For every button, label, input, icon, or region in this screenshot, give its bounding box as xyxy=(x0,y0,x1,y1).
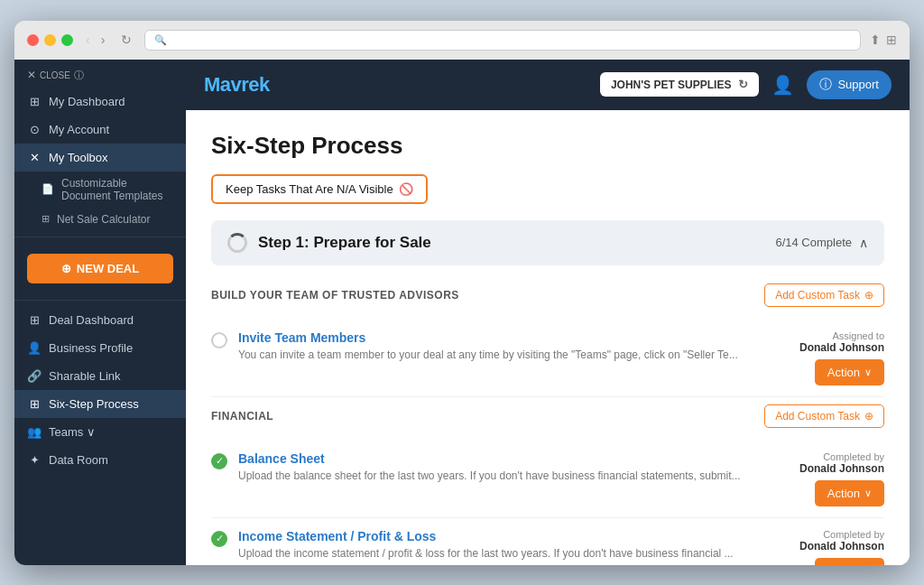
browser-actions: ⬆ ⊞ xyxy=(870,32,897,47)
task-row-income-stmt: ✓ Income Statement / Profit & Loss Uploa… xyxy=(211,518,884,565)
action-chevron-balance: ∨ xyxy=(864,488,872,499)
sidebar-item-account-label: My Account xyxy=(49,123,109,136)
assigned-label-balance: Completed by xyxy=(799,451,884,462)
action-button-invite[interactable]: Action ∨ xyxy=(815,359,884,385)
sidebar-subitem-net-label: Net Sale Calculator xyxy=(57,213,150,226)
task-title-balance[interactable]: Balance Sheet xyxy=(238,451,789,466)
data-room-icon: ✦ xyxy=(27,453,42,467)
task-check-balance: ✓ xyxy=(211,453,227,469)
assigned-name-balance: Donald Johnson xyxy=(799,462,884,475)
back-button[interactable]: ‹ xyxy=(82,31,94,49)
action-button-income[interactable]: Action ∨ xyxy=(815,558,884,565)
company-name: JOHN'S PET SUPPLIES xyxy=(611,79,732,91)
action-button-balance[interactable]: Action ∨ xyxy=(815,480,884,506)
close-x: ✕ xyxy=(27,69,36,81)
support-label: Support xyxy=(837,78,879,91)
new-tab-button[interactable]: ⊞ xyxy=(886,32,897,47)
task-check-income: ✓ xyxy=(211,531,227,547)
section-header-financial: FINANCIAL Add Custom Task ⊕ xyxy=(211,404,884,428)
sidebar-item-teams[interactable]: 👥 Teams ∨ xyxy=(14,418,186,446)
sidebar-item-teams-label: Teams ∨ xyxy=(49,425,96,439)
six-step-icon: ⊞ xyxy=(27,397,42,411)
support-circle-icon: ⓘ xyxy=(819,77,832,93)
add-custom-task-button-2[interactable]: Add Custom Task ⊕ xyxy=(764,404,884,428)
task-desc-balance: Upload the balance sheet for the last tw… xyxy=(238,469,789,484)
empty-check-invite xyxy=(211,332,227,348)
sidebar-item-six-step-label: Six-Step Process xyxy=(49,397,139,411)
add-custom-task-button-1[interactable]: Add Custom Task ⊕ xyxy=(764,283,884,307)
section-title-financial: FINANCIAL xyxy=(211,410,273,422)
task-info-invite: Invite Team Members You can invite a tea… xyxy=(238,330,789,363)
sidebar-item-sharable-label: Sharable Link xyxy=(49,369,121,383)
business-profile-icon: 👤 xyxy=(27,341,42,355)
action-label-income: Action xyxy=(827,564,860,565)
teams-icon: 👥 xyxy=(27,425,42,439)
task-row-balance-sheet: ✓ Balance Sheet Upload the balance sheet… xyxy=(211,441,884,518)
sidebar-item-account[interactable]: ⊙ My Account xyxy=(14,116,186,144)
step-header: Step 1: Prepare for Sale 6/14 Complete ∧ xyxy=(211,220,884,265)
task-right-balance: Completed by Donald Johnson Action ∨ xyxy=(799,451,884,506)
page-title: Six-Step Process xyxy=(211,132,884,160)
user-icon-button[interactable]: 👤 xyxy=(772,74,794,96)
check-circle-income: ✓ xyxy=(211,531,227,547)
sidebar-item-sharable-link[interactable]: 🔗 Sharable Link xyxy=(14,362,186,390)
sidebar-subitem-doc-templates[interactable]: 📄 Customizable Document Templates xyxy=(14,172,186,208)
action-label-balance: Action xyxy=(827,487,860,500)
company-selector[interactable]: JOHN'S PET SUPPLIES ↻ xyxy=(600,72,760,97)
refresh-icon: ↻ xyxy=(738,78,748,91)
sidebar-item-data-room[interactable]: ✦ Data Room xyxy=(14,446,186,474)
dashboard-icon: ⊞ xyxy=(27,95,42,108)
step-spinner xyxy=(227,233,247,253)
task-info-income: Income Statement / Profit & Loss Upload … xyxy=(238,529,789,562)
close-label: CLOSE xyxy=(40,70,70,80)
maximize-traffic-light[interactable] xyxy=(61,34,73,46)
close-btn-row: ✕ CLOSE ⓘ xyxy=(14,69,186,88)
task-title-income[interactable]: Income Statement / Profit & Loss xyxy=(238,529,789,543)
task-title-invite[interactable]: Invite Team Members xyxy=(238,330,789,345)
add-task-plus-icon-1: ⊕ xyxy=(864,289,873,302)
doc-templates-icon: 📄 xyxy=(42,183,54,195)
reload-button[interactable]: ↻ xyxy=(117,31,135,49)
new-deal-label: NEW DEAL xyxy=(77,262,139,275)
browser-chrome: ‹ › ↻ 🔍 ⬆ ⊞ xyxy=(14,21,910,60)
task-row-invite-team: Invite Team Members You can invite a tea… xyxy=(211,320,884,397)
sidebar-item-business-label: Business Profile xyxy=(49,341,133,355)
forward-button[interactable]: › xyxy=(97,31,109,49)
add-task-label-1: Add Custom Task xyxy=(775,289,860,302)
sidebar-item-dashboard[interactable]: ⊞ My Dashboard xyxy=(14,88,186,116)
sidebar-item-toolbox-label: My Toolbox xyxy=(49,151,108,164)
logo: Mavrek xyxy=(204,73,270,97)
section-financial: FINANCIAL Add Custom Task ⊕ ✓ Balance Sh… xyxy=(211,404,884,565)
sidebar-item-toolbox[interactable]: ✕ My Toolbox xyxy=(14,144,186,172)
toggle-na-button[interactable]: Keep Tasks That Are N/A Visible 🚫 xyxy=(211,174,428,204)
toggle-na-label: Keep Tasks That Are N/A Visible xyxy=(226,182,393,196)
action-chevron-invite: ∨ xyxy=(864,367,872,378)
nav-arrows: ‹ › xyxy=(82,31,108,49)
assigned-label-income: Completed by xyxy=(799,529,884,540)
share-button[interactable]: ⬆ xyxy=(870,32,881,47)
sidebar-subitem-net-sale[interactable]: ⊞ Net Sale Calculator xyxy=(14,208,186,231)
task-desc-invite: You can invite a team member to your dea… xyxy=(238,348,789,363)
address-bar: 🔍 xyxy=(144,30,861,51)
minimize-traffic-light[interactable] xyxy=(44,34,56,46)
action-label-invite: Action xyxy=(827,366,860,379)
sidebar-item-six-step[interactable]: ⊞ Six-Step Process xyxy=(14,390,186,418)
traffic-lights xyxy=(27,34,73,46)
new-deal-plus-icon: ⊕ xyxy=(61,262,71,275)
support-button[interactable]: ⓘ Support xyxy=(807,70,892,99)
chevron-up-icon[interactable]: ∧ xyxy=(859,236,868,250)
section-header-trusted: BUILD YOUR TEAM OF TRUSTED ADVISORS Add … xyxy=(211,283,884,307)
close-traffic-light[interactable] xyxy=(27,34,39,46)
sidebar-item-deal-dashboard[interactable]: ⊞ Deal Dashboard xyxy=(14,306,186,334)
task-desc-income: Upload the income statement / profit & l… xyxy=(238,546,789,562)
assigned-name-income: Donald Johnson xyxy=(799,540,884,552)
sidebar-item-business-profile[interactable]: 👤 Business Profile xyxy=(14,334,186,362)
main-content: Mavrek JOHN'S PET SUPPLIES ↻ 👤 ⓘ Support… xyxy=(186,60,910,565)
section-trusted-advisors: BUILD YOUR TEAM OF TRUSTED ADVISORS Add … xyxy=(211,283,884,397)
new-deal-button[interactable]: ⊕ NEW DEAL xyxy=(27,254,173,283)
step-progress: 6/14 Complete ∧ xyxy=(775,236,868,250)
task-right-invite: Assigned to Donald Johnson Action ∨ xyxy=(799,330,884,385)
sharable-link-icon: 🔗 xyxy=(27,369,42,383)
assigned-name-invite: Donald Johnson xyxy=(799,341,884,354)
browser-window: ‹ › ↻ 🔍 ⬆ ⊞ ✕ CLOSE ⓘ ⊞ My Dashboard xyxy=(14,21,910,565)
